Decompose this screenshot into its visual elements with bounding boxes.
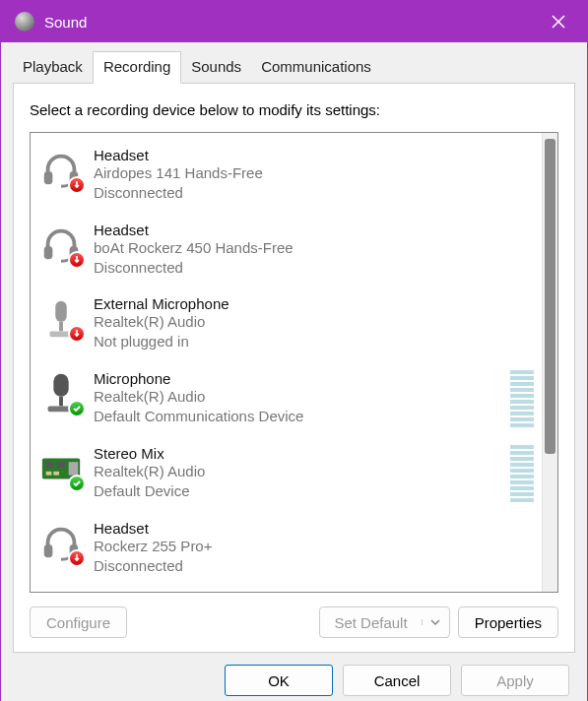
set-default-label: Set Default — [320, 614, 421, 631]
device-name: External Microphone — [94, 295, 229, 312]
svg-rect-12 — [57, 462, 65, 468]
device-name: Stereo Mix — [94, 445, 205, 462]
device-text: HeadsetboAt Rockerz 450 Hands-FreeDiscon… — [94, 222, 294, 279]
device-status: Disconnected — [94, 258, 294, 278]
set-default-button[interactable]: Set Default — [319, 606, 449, 638]
svg-rect-14 — [46, 471, 52, 475]
device-name: Headset — [94, 222, 294, 238]
disconnected-badge-icon — [68, 176, 86, 194]
svg-rect-11 — [46, 462, 54, 468]
chevron-down-icon[interactable] — [422, 619, 449, 625]
device-item[interactable]: MicrophoneRealtek(R) AudioDefault Commun… — [31, 362, 542, 437]
scrollbar[interactable] — [542, 133, 557, 592]
device-text: Stereo MixRealtek(R) AudioDefault Device — [94, 445, 205, 502]
device-text: HeadsetRockerz 255 Pro+Disconnected — [94, 520, 212, 577]
titlebar[interactable]: Sound — [1, 1, 587, 42]
device-list[interactable]: HeadsetAirdopes 141 Hands-FreeDisconnect… — [31, 133, 542, 592]
cancel-button[interactable]: Cancel — [343, 665, 451, 696]
device-desc: Rockerz 255 Pro+ — [94, 537, 212, 556]
app-icon — [15, 12, 34, 32]
device-desc: Airdopes 141 Hands-Free — [94, 163, 263, 183]
scrollbar-thumb[interactable] — [545, 139, 555, 454]
device-desc: Realtek(R) Audio — [94, 462, 205, 481]
device-text: MicrophoneRealtek(R) AudioDefault Commun… — [94, 370, 303, 427]
dialog-buttons: OK Cancel Apply — [13, 653, 575, 696]
svg-rect-0 — [44, 171, 53, 184]
device-item[interactable]: Stereo MixRealtek(R) AudioDefault Device — [31, 437, 542, 512]
panel-buttons: Configure Set Default Properties — [30, 606, 558, 638]
device-status: Default Communications Device — [94, 407, 303, 426]
device-status: Disconnected — [94, 556, 212, 576]
tab-sounds[interactable]: Sounds — [181, 52, 251, 83]
device-status: Not plugged in — [94, 332, 229, 351]
device-name: Headset — [94, 147, 263, 163]
ok-button[interactable]: OK — [225, 665, 333, 696]
svg-rect-4 — [55, 301, 67, 322]
client-area: Playback Recording Sounds Communications… — [1, 42, 587, 701]
window-title: Sound — [44, 14, 534, 31]
svg-rect-7 — [53, 373, 68, 396]
device-text: External MicrophoneRealtek(R) AudioNot p… — [94, 295, 229, 352]
configure-button[interactable]: Configure — [30, 606, 127, 638]
headset-icon — [38, 147, 84, 192]
svg-rect-2 — [44, 245, 53, 258]
disconnected-badge-icon — [68, 251, 86, 269]
svg-rect-8 — [59, 396, 63, 406]
device-list-box: HeadsetAirdopes 141 Hands-FreeDisconnect… — [30, 132, 558, 593]
svg-rect-5 — [59, 322, 63, 332]
device-item[interactable]: HeadsetRockerz 255 Pro+Disconnected — [31, 512, 542, 587]
disconnected-badge-icon — [68, 325, 86, 343]
tab-panel: Select a recording device below to modif… — [13, 83, 575, 653]
tab-playback[interactable]: Playback — [13, 52, 93, 83]
device-desc: Realtek(R) Audio — [94, 312, 229, 332]
instruction-text: Select a recording device below to modif… — [30, 101, 558, 118]
device-name: Microphone — [94, 370, 303, 387]
tab-recording[interactable]: Recording — [93, 51, 181, 84]
mic-icon — [38, 370, 84, 415]
tab-strip: Playback Recording Sounds Communications — [13, 50, 575, 83]
close-button[interactable] — [534, 1, 583, 42]
svg-rect-16 — [44, 543, 53, 556]
device-status: Disconnected — [94, 183, 263, 203]
level-meter — [510, 445, 534, 502]
default-badge-icon — [68, 475, 86, 492]
properties-button[interactable]: Properties — [458, 606, 558, 638]
tab-communications[interactable]: Communications — [251, 52, 381, 83]
device-status: Default Device — [94, 481, 205, 501]
headset-icon — [38, 520, 84, 565]
device-item[interactable]: External MicrophoneRealtek(R) AudioNot p… — [31, 287, 542, 362]
board-icon — [38, 445, 84, 490]
sound-dialog: Sound Playback Recording Sounds Communic… — [0, 0, 588, 701]
level-meter — [510, 370, 534, 427]
device-item[interactable]: HeadsetboAt Rockerz 450 Hands-FreeDiscon… — [31, 214, 542, 288]
svg-rect-15 — [53, 471, 59, 475]
apply-button[interactable]: Apply — [461, 665, 569, 696]
device-desc: boAt Rockerz 450 Hands-Free — [94, 238, 294, 258]
device-name: Headset — [94, 520, 212, 537]
disconnected-badge-icon — [68, 549, 86, 567]
svg-rect-13 — [69, 462, 79, 475]
device-item[interactable]: HeadsetAirdopes 141 Hands-FreeDisconnect… — [31, 139, 542, 214]
device-text: HeadsetAirdopes 141 Hands-FreeDisconnect… — [94, 147, 263, 204]
headset-icon — [38, 222, 84, 267]
mic-ext-icon — [38, 295, 84, 341]
default-badge-icon — [68, 400, 86, 417]
device-desc: Realtek(R) Audio — [94, 387, 303, 407]
